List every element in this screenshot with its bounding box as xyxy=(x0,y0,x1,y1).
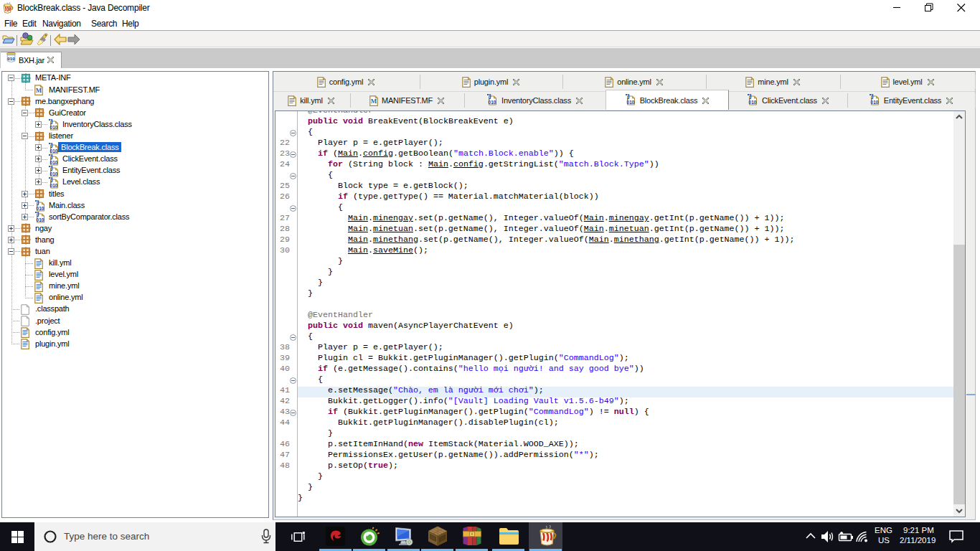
svg-text:010: 010 xyxy=(50,125,58,130)
svg-text:010: 010 xyxy=(626,100,634,105)
svg-text:010: 010 xyxy=(50,159,58,164)
svg-text:010: 010 xyxy=(50,148,58,153)
svg-text:010: 010 xyxy=(489,100,496,105)
svg-text:010: 010 xyxy=(37,206,44,211)
svg-text:010: 010 xyxy=(749,100,757,105)
svg-text:010: 010 xyxy=(7,56,15,61)
svg-text:010: 010 xyxy=(50,171,58,176)
svg-text:M: M xyxy=(36,87,42,94)
svg-text:010: 010 xyxy=(50,182,58,187)
svg-text:010: 010 xyxy=(870,100,878,105)
svg-text:M: M xyxy=(371,98,377,105)
svg-text:010: 010 xyxy=(37,217,44,222)
